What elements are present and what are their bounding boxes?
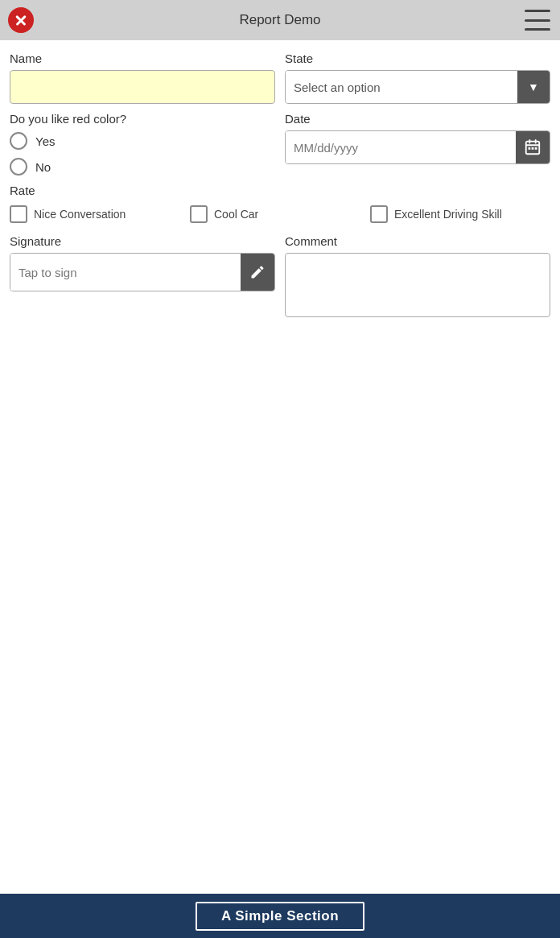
state-select[interactable]: Select an option [286,71,517,103]
rate-label: Rate [10,184,550,197]
signature-label: Signature [10,234,275,248]
svg-rect-4 [529,147,531,150]
comment-textarea[interactable] [285,253,550,317]
cool-car-label: Cool Car [214,208,258,221]
signature-comment-row: Signature Tap to sign Comment [10,234,550,320]
date-wrapper[interactable] [285,130,550,164]
signature-pen-button[interactable] [241,254,274,291]
yes-radio[interactable] [10,132,27,150]
close-button[interactable] [8,7,34,33]
state-label: State [285,52,550,65]
header-title: Report Demo [239,12,320,28]
name-label: Name [10,52,275,65]
svg-rect-5 [532,147,534,150]
state-col: State Select an option [285,52,550,104]
no-option[interactable]: No [10,158,275,176]
no-label: No [35,160,51,174]
signature-placeholder: Tap to sign [10,254,241,291]
menu-line-1 [525,10,550,12]
nice-conversation-checkbox[interactable] [10,205,27,223]
menu-line-2 [525,19,550,22]
yes-label: Yes [35,134,55,148]
signature-col: Signature Tap to sign [10,234,275,320]
footer-section-box: A Simple Section [196,902,364,931]
calendar-icon[interactable] [516,131,550,163]
app-header: Report Demo [0,0,560,40]
name-input[interactable] [10,70,275,104]
checkboxes-row: Nice Conversation Cool Car Excellent Dri… [10,205,550,223]
name-col: Name [10,52,275,104]
yes-option[interactable]: Yes [10,132,275,150]
red-col: Do you like red color? Yes No [10,112,275,176]
red-question: Do you like red color? [10,112,275,126]
date-input[interactable] [286,131,516,163]
menu-line-3 [525,28,550,31]
menu-button[interactable] [525,10,550,31]
footer: A Simple Section [0,894,560,938]
radio-options: Yes No [10,132,275,176]
name-state-row: Name State Select an option [10,52,550,104]
signature-field[interactable]: Tap to sign [10,253,275,291]
nice-conversation-option[interactable]: Nice Conversation [10,205,190,223]
select-arrow-icon[interactable] [517,71,550,103]
excellent-driving-option[interactable]: Excellent Driving Skill [370,205,550,223]
rate-section: Rate Nice Conversation Cool Car Excellen… [10,184,550,223]
red-date-row: Do you like red color? Yes No Date [10,112,550,176]
excellent-driving-label: Excellent Driving Skill [394,208,502,221]
state-select-wrapper[interactable]: Select an option [285,70,550,104]
form-area: Name State Select an option Do you like … [0,40,560,320]
date-col: Date [285,112,550,176]
excellent-driving-checkbox[interactable] [370,205,388,223]
footer-section-text: A Simple Section [221,908,339,924]
cool-car-option[interactable]: Cool Car [190,205,370,223]
svg-rect-6 [535,147,537,150]
cool-car-checkbox[interactable] [190,205,208,223]
no-radio[interactable] [10,158,27,176]
nice-conversation-label: Nice Conversation [34,208,126,221]
comment-col: Comment [285,234,550,320]
comment-label: Comment [285,234,550,248]
date-label: Date [285,112,550,126]
